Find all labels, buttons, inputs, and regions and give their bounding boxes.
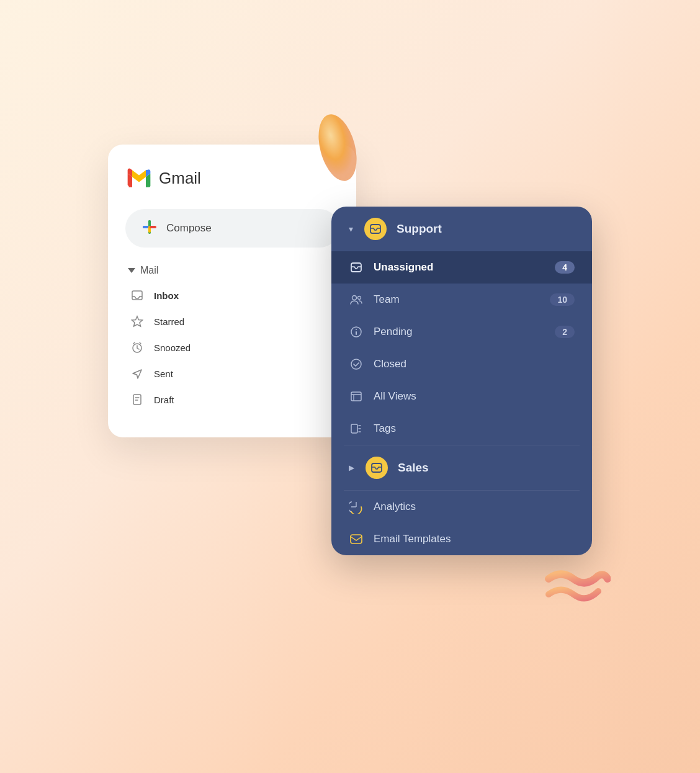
team-badge: 10 bbox=[550, 293, 575, 306]
scene: Gmail Compose Mail bbox=[108, 107, 592, 666]
support-section-label: Support bbox=[397, 222, 575, 236]
svg-rect-20 bbox=[351, 424, 357, 433]
compose-button[interactable]: Compose bbox=[125, 209, 339, 248]
tags-icon bbox=[349, 421, 364, 436]
decorative-squiggle bbox=[542, 566, 611, 616]
star-icon bbox=[130, 315, 144, 328]
svg-rect-19 bbox=[351, 392, 361, 401]
tags-label: Tags bbox=[374, 422, 575, 435]
email-templates-icon bbox=[349, 532, 364, 547]
gmail-title: Gmail bbox=[159, 169, 201, 188]
team-icon bbox=[349, 292, 364, 307]
inbox-icon bbox=[130, 288, 144, 302]
mail-item-sent-label: Sent bbox=[154, 369, 173, 379]
send-icon bbox=[130, 367, 144, 380]
svg-rect-21 bbox=[372, 463, 382, 472]
mail-item-snoozed[interactable]: Snoozed bbox=[125, 334, 339, 360]
pending-icon bbox=[349, 324, 364, 339]
mail-item-inbox[interactable]: Inbox bbox=[125, 282, 339, 308]
support-section-icon bbox=[364, 218, 387, 240]
unassigned-badge: 4 bbox=[555, 261, 575, 274]
svg-rect-6 bbox=[150, 226, 155, 228]
support-item-analytics[interactable]: Analytics bbox=[331, 491, 592, 523]
sales-chevron-icon: ▶ bbox=[349, 463, 354, 472]
all-views-icon bbox=[349, 389, 364, 404]
svg-marker-8 bbox=[132, 316, 143, 326]
unassigned-label: Unassigned bbox=[374, 261, 545, 274]
mail-item-starred-label: Starred bbox=[154, 316, 184, 327]
svg-point-14 bbox=[358, 297, 361, 300]
decorative-blob-top bbox=[307, 107, 369, 188]
sales-section-header[interactable]: ▶ Sales bbox=[331, 445, 592, 490]
support-item-unassigned[interactable]: Unassigned 4 bbox=[331, 251, 592, 284]
mail-item-draft[interactable]: Draft bbox=[125, 386, 339, 413]
mail-section-header: Mail bbox=[125, 265, 339, 276]
gmail-logo-icon bbox=[125, 164, 153, 192]
support-panel: ▾ Support Unassigned 4 bbox=[331, 207, 592, 555]
all-views-label: All Views bbox=[374, 390, 575, 403]
support-chevron-icon: ▾ bbox=[349, 224, 353, 234]
svg-point-18 bbox=[351, 359, 361, 369]
email-templates-label: Email Templates bbox=[374, 533, 575, 545]
closed-icon bbox=[349, 357, 364, 372]
support-item-all-views[interactable]: All Views bbox=[331, 380, 592, 413]
analytics-label: Analytics bbox=[374, 501, 575, 513]
pending-label: Pending bbox=[374, 326, 545, 338]
mail-item-draft-label: Draft bbox=[154, 395, 174, 405]
svg-rect-12 bbox=[351, 263, 361, 272]
svg-rect-11 bbox=[370, 225, 380, 233]
mail-expand-icon bbox=[128, 268, 135, 273]
svg-point-0 bbox=[312, 110, 364, 185]
mail-item-sent[interactable]: Sent bbox=[125, 360, 339, 386]
clock-icon bbox=[130, 341, 144, 354]
support-item-tags[interactable]: Tags bbox=[331, 413, 592, 445]
support-item-closed[interactable]: Closed bbox=[331, 348, 592, 380]
svg-rect-10 bbox=[133, 395, 141, 404]
pending-badge: 2 bbox=[555, 326, 575, 338]
support-item-email-templates[interactable]: Email Templates bbox=[331, 523, 592, 555]
svg-point-13 bbox=[352, 296, 357, 300]
svg-rect-24 bbox=[351, 535, 362, 543]
draft-icon bbox=[130, 393, 144, 406]
support-item-pending[interactable]: Pending 2 bbox=[331, 316, 592, 348]
mail-item-inbox-label: Inbox bbox=[154, 290, 179, 301]
team-label: Team bbox=[374, 293, 540, 306]
sales-section-icon bbox=[366, 457, 388, 479]
support-item-team[interactable]: Team 10 bbox=[331, 284, 592, 316]
mail-section-label: Mail bbox=[140, 265, 158, 276]
svg-rect-17 bbox=[356, 331, 357, 335]
gmail-card: Gmail Compose Mail bbox=[108, 145, 356, 437]
mail-item-starred[interactable]: Starred bbox=[125, 308, 339, 334]
mail-items-list: Inbox Starred Snoozed bbox=[125, 282, 339, 413]
compose-label: Compose bbox=[166, 222, 212, 235]
support-section-header[interactable]: ▾ Support bbox=[331, 207, 592, 251]
compose-icon bbox=[140, 218, 159, 239]
closed-label: Closed bbox=[374, 358, 575, 370]
analytics-icon bbox=[349, 499, 364, 514]
svg-rect-16 bbox=[356, 329, 357, 330]
mail-item-snoozed-label: Snoozed bbox=[154, 342, 191, 353]
sales-section-label: Sales bbox=[398, 461, 575, 475]
unassigned-icon bbox=[349, 260, 364, 275]
